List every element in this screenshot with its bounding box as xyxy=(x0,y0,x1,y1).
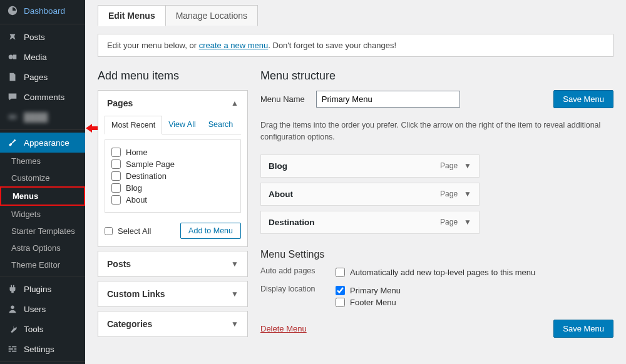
svg-rect-5 xyxy=(9,348,13,350)
submenu-themes[interactable]: Themes xyxy=(0,153,85,169)
delete-menu-link[interactable]: Delete Menu xyxy=(260,324,307,333)
svg-rect-3 xyxy=(9,346,11,348)
add-items-column: Add menu items Pages ▲ Most Recent View … xyxy=(98,69,248,341)
accordion-title: Categories xyxy=(107,319,152,329)
comment-icon xyxy=(6,91,19,103)
checkbox[interactable] xyxy=(111,183,121,193)
page-option-about[interactable]: About xyxy=(111,194,234,206)
accordion-pages: Pages ▲ Most Recent View All Search Home… xyxy=(98,90,248,247)
accordion-pages-head[interactable]: Pages ▲ xyxy=(98,91,247,116)
location-footer-menu[interactable]: Footer Menu xyxy=(336,296,401,308)
page-option-home[interactable]: Home xyxy=(111,146,234,158)
page-option-destination[interactable]: Destination xyxy=(111,170,234,182)
brush-icon xyxy=(6,137,19,148)
accordion-categories-head[interactable]: Categories ▼ xyxy=(98,311,247,336)
sidebar-item-label: Media xyxy=(24,53,47,62)
checkbox[interactable] xyxy=(111,159,121,169)
sidebar-item-settings[interactable]: Settings xyxy=(0,339,85,359)
sidebar-item-label: Dashboard xyxy=(24,6,65,16)
menu-item-destination[interactable]: Destination Page▼ xyxy=(260,211,480,234)
pages-subtabs: Most Recent View All Search xyxy=(105,116,241,134)
sidebar-item-plugins[interactable]: Plugins xyxy=(0,279,85,299)
location-primary-menu[interactable]: Primary Menu xyxy=(336,285,401,296)
display-location-label: Display location xyxy=(260,285,323,293)
sidebar-item-label: Comments xyxy=(24,93,64,102)
menu-item-about[interactable]: About Page▼ xyxy=(260,183,480,206)
sidebar-item-label: Tools xyxy=(24,325,44,334)
add-to-menu-button[interactable]: Add to Menu xyxy=(180,223,241,239)
submenu-customize[interactable]: Customize xyxy=(0,169,85,186)
sidebar-item-comments[interactable]: Comments xyxy=(0,87,85,107)
sidebar-item-tools[interactable]: Tools xyxy=(0,319,85,339)
auto-add-label: Auto add pages xyxy=(260,266,323,275)
submenu-astra-options[interactable]: Astra Options xyxy=(0,240,85,256)
subtab-most-recent[interactable]: Most Recent xyxy=(105,116,162,134)
dashboard-icon xyxy=(6,5,19,16)
chevron-down-icon: ▼ xyxy=(231,320,239,328)
menu-name-label: Menu Name xyxy=(260,94,305,104)
auto-add-option[interactable]: Automatically add new top-level pages to… xyxy=(336,266,535,278)
user-icon xyxy=(6,303,19,315)
pin-icon xyxy=(6,31,19,43)
tab-edit-menus[interactable]: Edit Menus xyxy=(98,5,166,26)
auto-add-row: Auto add pages Automatically add new top… xyxy=(260,266,613,278)
sidebar-item-label: Settings xyxy=(24,345,54,354)
checkbox[interactable] xyxy=(111,148,121,157)
menu-structure-column: Menu structure Menu Name Save Menu Drag … xyxy=(260,69,613,341)
sidebar-item-appearance[interactable]: Appearance xyxy=(0,133,85,153)
sidebar-item-pages[interactable]: Pages xyxy=(0,67,85,87)
submenu-theme-editor[interactable]: Theme Editor xyxy=(0,256,85,273)
accordion-title: Pages xyxy=(107,98,133,108)
sidebar-item-label: ████ xyxy=(24,113,48,122)
select-all[interactable]: Select All xyxy=(105,226,151,236)
sidebar-item-hidden[interactable]: ████ xyxy=(0,107,85,127)
accordion-posts: Posts ▼ xyxy=(98,251,248,277)
notice-banner: Edit your menu below, or create a new me… xyxy=(98,34,613,57)
menu-name-input[interactable] xyxy=(316,91,460,108)
notice-prefix: Edit your menu below, or xyxy=(107,41,199,50)
media-icon xyxy=(6,51,19,63)
chevron-down-icon: ▼ xyxy=(231,290,239,298)
location-checkbox[interactable] xyxy=(336,298,345,307)
create-menu-link[interactable]: create a new menu xyxy=(199,41,269,50)
chevron-up-icon: ▲ xyxy=(231,99,239,108)
chevron-down-icon[interactable]: ▼ xyxy=(464,218,471,226)
accordion-custom-links-head[interactable]: Custom Links ▼ xyxy=(98,281,247,306)
save-menu-button-top[interactable]: Save Menu xyxy=(553,90,613,108)
subtab-search[interactable]: Search xyxy=(202,116,240,134)
wrench-icon xyxy=(6,323,19,335)
submenu-menus[interactable]: Menus xyxy=(0,186,85,206)
blur-icon xyxy=(6,111,19,123)
sidebar-item-posts[interactable]: Posts xyxy=(0,27,85,47)
submenu-starter-templates[interactable]: Starter Templates xyxy=(0,223,85,240)
chevron-down-icon[interactable]: ▼ xyxy=(464,161,471,170)
checkbox[interactable] xyxy=(111,171,121,181)
save-menu-button-bottom[interactable]: Save Menu xyxy=(553,320,613,338)
page-icon xyxy=(6,71,19,83)
sidebar-item-label: Posts xyxy=(24,33,45,42)
tab-manage-locations[interactable]: Manage Locations xyxy=(166,5,258,26)
auto-add-checkbox[interactable] xyxy=(336,268,345,277)
page-option-blog[interactable]: Blog xyxy=(111,182,234,194)
subtab-view-all[interactable]: View All xyxy=(162,116,202,134)
svg-rect-4 xyxy=(12,346,16,348)
add-items-heading: Add menu items xyxy=(98,69,248,83)
sidebar-item-media[interactable]: Media xyxy=(0,47,85,67)
admin-sidebar: Dashboard Posts Media Pages Comments ███… xyxy=(0,0,85,364)
main-content: Edit Menus Manage Locations Edit your me… xyxy=(85,0,626,364)
checkbox[interactable] xyxy=(111,195,121,205)
sidebar-item-users[interactable]: Users xyxy=(0,299,85,319)
accordion-posts-head[interactable]: Posts ▼ xyxy=(98,251,247,276)
location-checkbox[interactable] xyxy=(336,286,345,295)
accordion-custom-links: Custom Links ▼ xyxy=(98,281,248,307)
sidebar-item-dashboard[interactable]: Dashboard xyxy=(0,0,85,21)
menu-item-blog[interactable]: Blog Page▼ xyxy=(260,154,480,178)
page-option-sample[interactable]: Sample Page xyxy=(111,158,234,170)
chevron-down-icon[interactable]: ▼ xyxy=(464,190,471,198)
submenu-widgets[interactable]: Widgets xyxy=(0,206,85,223)
sidebar-item-label: Plugins xyxy=(24,285,51,294)
sidebar-item-label: Pages xyxy=(24,73,48,82)
svg-point-2 xyxy=(11,306,14,309)
menu-structure-heading: Menu structure xyxy=(260,69,613,83)
select-all-checkbox[interactable] xyxy=(105,227,113,235)
